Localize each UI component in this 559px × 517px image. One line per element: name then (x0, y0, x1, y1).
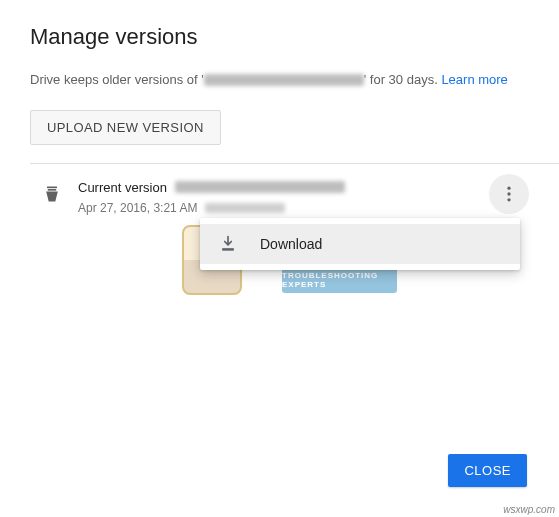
subtitle-prefix: Drive keeps older versions of ' (30, 72, 204, 87)
version-row: Current version Apr 27, 2016, 3:21 AM (30, 164, 529, 215)
download-icon (218, 234, 238, 254)
version-line1: Current version (78, 180, 529, 195)
svg-point-4 (507, 198, 510, 201)
subtitle-suffix: ' for 30 days. (364, 72, 442, 87)
current-version-label: Current version (78, 180, 167, 195)
dialog-title: Manage versions (30, 24, 529, 50)
svg-point-2 (507, 186, 510, 189)
svg-rect-5 (222, 248, 234, 251)
close-button[interactable]: CLOSE (448, 454, 527, 487)
svg-rect-1 (48, 189, 56, 191)
menu-item-download[interactable]: Download (200, 224, 520, 264)
version-line2: Apr 27, 2016, 3:21 AM (78, 201, 529, 215)
attribution: wsxwp.com (503, 504, 555, 515)
upload-new-version-button[interactable]: UPLOAD NEW VERSION (30, 110, 221, 145)
file-icon (42, 184, 62, 204)
version-body: Current version Apr 27, 2016, 3:21 AM (78, 180, 529, 215)
manage-versions-dialog: Manage versions Drive keeps older versio… (0, 0, 559, 215)
redacted-version-name (175, 181, 345, 193)
more-options-button[interactable] (489, 174, 529, 214)
redacted-author (205, 203, 285, 213)
redacted-filename (204, 74, 364, 86)
svg-point-3 (507, 192, 510, 195)
svg-rect-0 (47, 186, 57, 188)
menu-label-download: Download (260, 236, 322, 252)
dialog-subtitle: Drive keeps older versions of '' for 30 … (30, 70, 529, 90)
more-vert-icon (499, 184, 519, 204)
watermark-tagline: TROUBLESHOOTING EXPERTS (282, 267, 397, 293)
learn-more-link[interactable]: Learn more (441, 72, 507, 87)
context-menu: Download (200, 218, 520, 270)
version-timestamp: Apr 27, 2016, 3:21 AM (78, 201, 197, 215)
